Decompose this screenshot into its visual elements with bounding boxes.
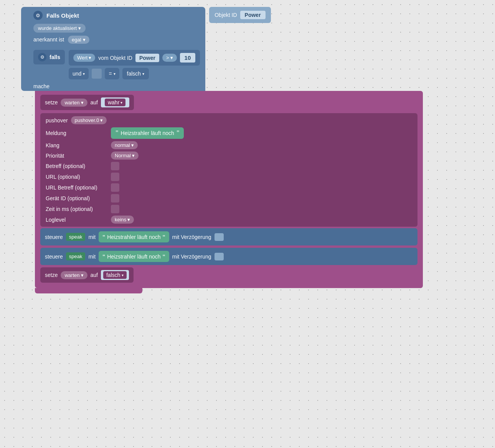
setze-warten-block: setze warten ▾ auf wahr ▾ — [40, 95, 134, 110]
speak-pill-1: speak — [66, 233, 86, 241]
mache-label: mache — [28, 82, 205, 91]
url-betreff-connector — [111, 183, 119, 192]
url-betreff-row: URL Betreff (optional) — [46, 183, 412, 192]
steuere-block-1: steuere speak mit " Heizstrahler läuft n… — [40, 228, 417, 245]
setze-warten-row: setze warten ▾ auf wahr ▾ — [40, 95, 417, 110]
und-block: und ▾ — [69, 68, 89, 79]
falls-objekt-label: Falls Objekt — [46, 12, 79, 19]
falsch-block: falsch ▾ — [122, 68, 149, 79]
pushover-device-dropdown[interactable]: pushover.0 ▾ — [71, 116, 107, 124]
falls-inner-section: ⚙ falls Wert ▾ vom Objekt ID Power — [28, 48, 205, 82]
verzogerung-pill-1 — [214, 233, 224, 241]
loglevel-dropdown[interactable]: keins ▾ — [111, 216, 134, 224]
betreff-row: Betreff (optional) — [46, 162, 412, 170]
speak-pill-2: speak — [66, 252, 86, 260]
op-dropdown[interactable]: > ▾ — [162, 54, 177, 62]
steuere-text-block-2: " Heizstrahler läuft noch " — [99, 251, 169, 262]
betreff-connector — [111, 162, 119, 170]
steuere-block-2: steuere speak mit " Heizstrahler läuft n… — [40, 248, 417, 265]
loglevel-row: Loglevel keins ▾ — [46, 216, 412, 224]
number-10: 10 — [180, 53, 196, 63]
condition-2-row: und ▾ = ▾ falsch ▾ — [69, 68, 200, 79]
blue-main-block: ⚙ Falls Objekt wurde aktualisiert ▾ aner… — [28, 7, 205, 91]
wert-dropdown[interactable]: Wert ▾ — [73, 54, 95, 62]
power-id-value: Power — [240, 11, 266, 19]
falsch-dropdown[interactable]: falsch ▾ — [103, 271, 127, 279]
geraet-id-row: Gerät ID (optional) — [46, 194, 412, 203]
prioritaet-dropdown[interactable]: Normal ▾ — [111, 152, 139, 160]
falsch-connector: falsch ▾ — [101, 270, 129, 280]
purple-mache-block: setze warten ▾ auf wahr ▾ — [35, 91, 423, 288]
falls-objekt-row: ⚙ Falls Objekt wurde aktualisiert ▾ aner… — [21, 7, 423, 91]
wahr-dropdown[interactable]: wahr ▾ — [105, 99, 125, 106]
zeit-row: Zeit in ms (optional) — [46, 205, 412, 213]
gear-icon-falls: ⚙ — [38, 53, 46, 61]
klang-row: Klang normal ▾ — [46, 141, 412, 149]
bottom-closure — [35, 288, 142, 293]
conditions-container: Wert ▾ vom Objekt ID Power > ▾ 10 — [69, 50, 200, 79]
klang-dropdown[interactable]: normal ▾ — [111, 141, 138, 149]
block-workspace: ⚙ Falls Objekt wurde aktualisiert ▾ aner… — [21, 7, 423, 293]
pushover-header-row: pushover pushover.0 ▾ — [46, 116, 412, 124]
wahr-connector: wahr ▾ — [101, 97, 129, 107]
meldung-row: Meldung " Heizstrahler läuft noch " — [46, 127, 412, 139]
condition-1: Wert ▾ vom Objekt ID Power > ▾ 10 — [69, 50, 200, 66]
blue-left-spine — [21, 7, 28, 91]
anerkannt-row: anerkannt ist egal ▾ — [28, 34, 205, 48]
setze-warten-falsch-row: setze warten ▾ auf falsch ▾ — [40, 267, 417, 283]
warten-dropdown-2[interactable]: warten ▾ — [61, 271, 87, 279]
meldung-text-block: " Heizstrahler läuft noch " — [111, 127, 184, 139]
warten-dropdown-1[interactable]: warten ▾ — [61, 99, 87, 107]
zeit-connector — [111, 205, 119, 213]
aktualisiert-row: wurde aktualisiert ▾ — [28, 22, 205, 34]
falls-block: ⚙ falls — [33, 50, 65, 64]
connector-puzzle — [92, 69, 102, 79]
falls-objekt-header: ⚙ Falls Objekt — [28, 7, 205, 22]
url-connector — [111, 173, 119, 181]
prioritaet-row: Priorität Normal ▾ — [46, 152, 412, 160]
pushover-block: pushover pushover.0 ▾ Meldung " Heizstra… — [40, 113, 417, 227]
steuere-text-block-1: " Heizstrahler läuft noch " — [99, 231, 169, 242]
egal-dropdown[interactable]: egal ▾ — [68, 36, 89, 44]
eq-op-block: = ▾ — [105, 68, 119, 79]
aktualisiert-dropdown[interactable]: wurde aktualisiert ▾ — [33, 24, 86, 33]
verzogerung-pill-2 — [214, 253, 224, 260]
geraet-id-connector — [111, 194, 119, 203]
power-value-1: Power — [135, 54, 159, 62]
gear-icon-outer: ⚙ — [33, 11, 43, 20]
objekt-id-block: Objekt ID Power — [209, 7, 271, 23]
outer-block-container: ⚙ Falls Objekt wurde aktualisiert ▾ aner… — [21, 7, 423, 293]
url-row: URL (optional) — [46, 173, 412, 181]
setze-warten-falsch-block: setze warten ▾ auf falsch ▾ — [40, 267, 134, 283]
